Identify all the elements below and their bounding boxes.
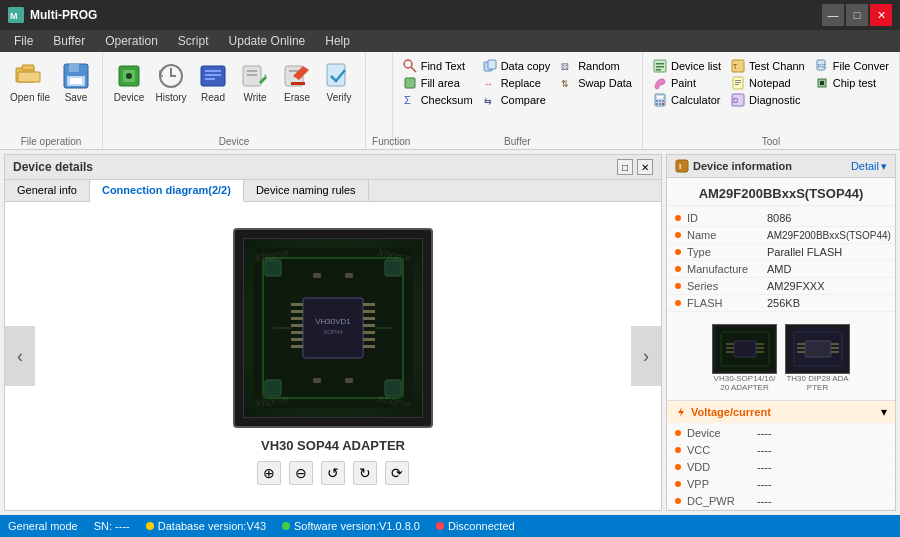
thumbnail-1[interactable]: VH30-SOP14/16/20 ADAPTER (712, 324, 777, 392)
voltage-header[interactable]: Voltage/current ▾ (667, 401, 895, 423)
test-chann-button[interactable]: T Test Chann (727, 58, 809, 74)
ribbon-group-buffer: Find Text Fill area Σ Checksum Data copy… (393, 52, 643, 149)
svg-point-11 (126, 73, 132, 79)
chip-test-icon (815, 76, 829, 90)
device-button[interactable]: Device (109, 58, 149, 105)
svg-rect-100 (805, 341, 831, 357)
diagnostic-button[interactable]: D Diagnostic (727, 92, 809, 108)
device-info-panel: i Device information Detail ▾ AM29F200BB… (666, 154, 896, 511)
replace-icon: ↔ (483, 76, 497, 90)
open-file-button[interactable]: Open file (6, 58, 54, 105)
info-dot-type (675, 249, 681, 255)
svg-text:FC: FC (818, 63, 827, 69)
data-copy-button[interactable]: Data copy (479, 58, 555, 74)
voltage-dot-vcc (675, 447, 681, 453)
write-button[interactable]: Write (235, 58, 275, 105)
rotate-cw-button[interactable]: ↻ (353, 461, 377, 485)
minimize-button[interactable]: — (822, 4, 844, 26)
zoom-in-button[interactable]: ⊕ (257, 461, 281, 485)
thumb-svg-1 (716, 327, 774, 371)
read-button[interactable]: Read (193, 58, 233, 105)
zoom-out-button[interactable]: ⊖ (289, 461, 313, 485)
data-copy-icon (483, 59, 497, 73)
reset-button[interactable]: ⟳ (385, 461, 409, 485)
diagram-caption: VH30 SOP44 ADAPTER (261, 438, 405, 453)
info-row-series: Series AM29FXXX (667, 278, 895, 295)
svg-rect-78 (363, 345, 375, 348)
voltage-row-vdd: VDD ---- (667, 459, 895, 476)
calculator-button[interactable]: Calculator (649, 92, 725, 108)
menu-help[interactable]: Help (315, 32, 360, 50)
status-mode: General mode (8, 520, 78, 532)
replace-button[interactable]: ↔ Replace (479, 75, 555, 91)
svg-text:⇆: ⇆ (484, 96, 492, 106)
tab-general[interactable]: General info (5, 180, 90, 201)
svg-rect-43 (656, 103, 658, 105)
file-conver-button[interactable]: FC File Conver (811, 58, 893, 74)
menu-operation[interactable]: Operation (95, 32, 168, 50)
menu-update[interactable]: Update Online (219, 32, 316, 50)
history-button[interactable]: History (151, 58, 191, 105)
connection-status-dot (436, 522, 444, 530)
device-info-header: i Device information Detail ▾ (667, 155, 895, 178)
ribbon-group-tool: Device list Paint Calculator T Test Chan… (643, 52, 900, 149)
panel-close-button[interactable]: ✕ (637, 159, 653, 175)
svg-text:⚄: ⚄ (561, 62, 569, 72)
voltage-dot-vpp (675, 481, 681, 487)
device-thumbnails: VH30-SOP14/16/20 ADAPTER (667, 316, 895, 400)
verify-button[interactable]: Verify (319, 58, 359, 105)
thumbnail-2[interactable]: TH30 DIP28 ADAPTER (785, 324, 850, 392)
checksum-button[interactable]: Σ Checksum (399, 92, 477, 108)
svg-rect-45 (662, 103, 664, 105)
close-button[interactable]: ✕ (870, 4, 892, 26)
ribbon-tool-items: Device list Paint Calculator T Test Chan… (649, 56, 893, 134)
svg-rect-67 (291, 317, 303, 320)
status-database: Database version:V43 (146, 520, 266, 532)
svg-rect-69 (291, 331, 303, 334)
tab-naming[interactable]: Device naming rules (244, 180, 369, 201)
menu-script[interactable]: Script (168, 32, 219, 50)
compare-button[interactable]: ⇆ Compare (479, 92, 555, 108)
app-logo: M (8, 7, 24, 23)
svg-marker-107 (678, 407, 684, 417)
device-list-button[interactable]: Device list (649, 58, 725, 74)
device-label: Device (114, 92, 145, 103)
svg-rect-6 (69, 64, 79, 72)
svg-rect-104 (831, 343, 839, 345)
diagram-area: ‹ Xhorse Xhorse Xhorse Xhorse (5, 202, 661, 510)
voltage-collapse-icon: ▾ (881, 405, 887, 419)
write-label: Write (243, 92, 266, 103)
random-button[interactable]: ⚄ Random (556, 58, 636, 74)
ribbon-group-function: Function (366, 52, 393, 149)
maximize-button[interactable]: □ (846, 4, 868, 26)
save-button[interactable]: Save (56, 58, 96, 105)
notepad-button[interactable]: Notepad (727, 75, 809, 91)
find-text-button[interactable]: Find Text (399, 58, 477, 74)
svg-rect-70 (291, 338, 303, 341)
erase-button[interactable]: Erase (277, 58, 317, 105)
buffer-group-label: Buffer (399, 134, 636, 147)
ribbon-group-file: Open file Save File operation (0, 52, 103, 149)
svg-rect-68 (291, 324, 303, 327)
menu-buffer[interactable]: Buffer (43, 32, 95, 50)
thumb-image-2 (785, 324, 850, 374)
chip-test-button[interactable]: Chip test (811, 75, 893, 91)
swap-data-button[interactable]: ⇅ Swap Data (556, 75, 636, 91)
info-dot-manufacture (675, 266, 681, 272)
nav-left-button[interactable]: ‹ (5, 326, 35, 386)
panel-restore-button[interactable]: □ (617, 159, 633, 175)
voltage-dot-dcpwr (675, 498, 681, 504)
fill-area-button[interactable]: Fill area (399, 75, 477, 91)
rotate-ccw-button[interactable]: ↺ (321, 461, 345, 485)
svg-rect-106 (831, 351, 839, 353)
tab-connection[interactable]: Connection diagram(2/2) (90, 180, 244, 202)
menu-bar: File Buffer Operation Script Update Onli… (0, 30, 900, 52)
erase-label: Erase (284, 92, 310, 103)
detail-button[interactable]: Detail ▾ (851, 160, 887, 173)
find-text-icon (403, 59, 417, 73)
paint-button[interactable]: Paint (649, 75, 725, 91)
nav-right-button[interactable]: › (631, 326, 661, 386)
menu-file[interactable]: File (4, 32, 43, 50)
ribbon-file-items: Open file Save (6, 56, 96, 134)
svg-rect-64 (303, 298, 363, 358)
